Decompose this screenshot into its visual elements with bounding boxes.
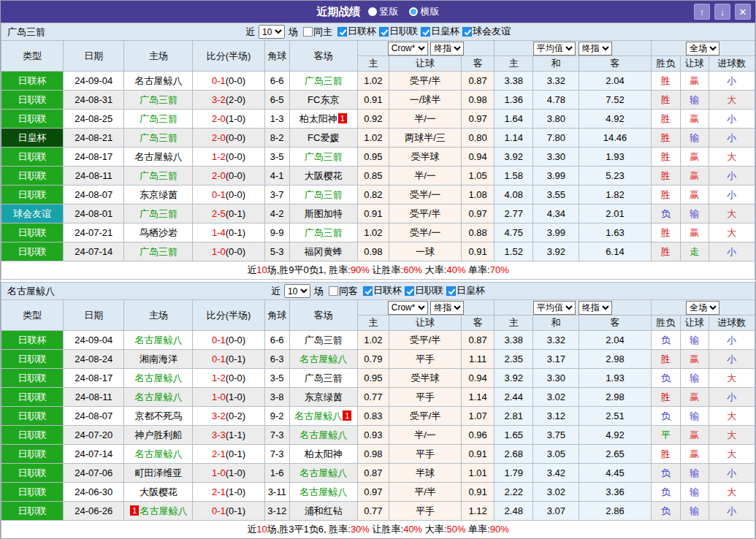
avg-away-odds: 2.86: [579, 502, 651, 521]
corner-count: 8-2: [264, 129, 289, 148]
competition-label: 日职联: [415, 284, 443, 297]
corner-count: 3-11: [264, 483, 289, 502]
competition-checkbox-日皇杯[interactable]: 日皇杯: [446, 284, 485, 297]
team-label: 京都不死鸟: [134, 410, 182, 421]
filter-bar: 近 10 场 同客 日联杯日职联日皇杯: [271, 284, 485, 298]
subcol-home-odds: 主: [357, 316, 389, 331]
team-label: 斯图加特: [305, 208, 343, 219]
radio-unselected-icon: [409, 7, 418, 16]
avg-draw-odds: 3.32: [533, 331, 579, 350]
games-count-select[interactable]: 10: [259, 25, 285, 39]
match-date: 24-08-24: [64, 350, 124, 369]
result-win-loss: 负: [651, 204, 680, 223]
full-match-select[interactable]: 全场: [686, 42, 719, 56]
full-match-select[interactable]: 全场: [686, 301, 719, 315]
same-venue-label: 同主: [313, 26, 332, 39]
average-select[interactable]: 平均值: [533, 301, 576, 315]
col-header-home: 主场: [124, 41, 193, 72]
close-button[interactable]: ✕: [735, 4, 751, 20]
col-header-date: 日期: [64, 41, 124, 72]
match-type-badge: 日联杯: [1, 72, 64, 91]
match-date: 24-06-30: [64, 483, 124, 502]
competition-checkbox-日职联[interactable]: 日职联: [405, 284, 443, 297]
final-odds-select-1[interactable]: 终指: [430, 301, 464, 315]
team-label: 名古屋鲸八: [134, 75, 182, 86]
final-odds-select-2[interactable]: 终指: [579, 301, 612, 315]
away-odds: 1.11: [462, 350, 495, 369]
match-row: 日职联24-07-14名古屋鲸八2-1(0-1)7-3柏太阳神0.98平手0.9…: [1, 445, 755, 464]
match-score: 1-2(0-0): [193, 148, 264, 167]
result-win-loss: 胜: [651, 350, 680, 369]
games-count-select[interactable]: 10: [284, 284, 310, 298]
competition-checkbox-日联杯[interactable]: 日联杯: [363, 284, 402, 297]
home-team: 广岛三箭: [124, 167, 193, 186]
same-venue-checkbox[interactable]: 同主: [303, 26, 332, 39]
match-date: 24-08-17: [64, 148, 124, 167]
move-down-button[interactable]: ↓: [714, 4, 730, 20]
match-date: 24-07-20: [64, 426, 124, 445]
home-odds: 0.77: [357, 502, 389, 521]
final-odds-select-2[interactable]: 终指: [579, 42, 612, 56]
match-type-badge: 日职联: [1, 223, 64, 242]
subcol-handicap: 让球: [389, 316, 461, 331]
home-team: 名古屋鲸八: [124, 388, 193, 407]
average-select[interactable]: 平均值: [533, 42, 576, 56]
summary-text: 近: [247, 264, 256, 275]
match-type-badge: 日联杯: [1, 331, 64, 350]
away-team: 名古屋鲸八: [289, 426, 357, 445]
full-time-score: 2-0: [212, 132, 226, 143]
match-row: 日皇杯24-08-21广岛三箭2-0(0-0)8-2FC爱媛1.02两球半/三0…: [1, 129, 755, 148]
home-odds: 0.95: [357, 369, 389, 388]
result-goals: 小: [709, 186, 755, 204]
full-time-score: 1-2: [212, 151, 226, 162]
full-time-score: 0-1: [212, 189, 226, 200]
bookmaker-select[interactable]: Crow*: [388, 301, 428, 315]
match-date: 24-08-25: [64, 110, 124, 129]
match-score: 2-1(0-1): [193, 445, 264, 464]
full-time-score: 1-0: [212, 246, 226, 257]
match-score: 3-2(0-2): [193, 407, 264, 426]
competition-checkbox-日职联[interactable]: 日职联: [379, 25, 418, 38]
away-team: 广岛三箭: [289, 148, 357, 167]
move-up-button[interactable]: ↑: [694, 4, 710, 20]
match-type-badge: 日职联: [1, 388, 64, 407]
radio-horizontal-layout[interactable]: 横版: [409, 5, 440, 18]
match-row: 日职联24-07-21鸟栖沙岩1-4(0-1)9-9广岛三箭1.02受半/一0.…: [1, 223, 755, 242]
home-odds: 0.93: [357, 426, 389, 445]
team-label: 广岛三箭: [305, 151, 343, 162]
corner-count: 4-2: [264, 204, 289, 223]
match-score: 1-4(0-1): [193, 223, 264, 242]
summary-text: 单率:: [465, 264, 489, 275]
avg-away-odds: 2.51: [579, 407, 651, 426]
avg-draw-odds: 3.05: [533, 445, 579, 464]
competition-label: 球会友谊: [473, 25, 511, 38]
competition-checkbox-球会友谊[interactable]: 球会友谊: [462, 25, 511, 38]
match-score: 2-0(0-0): [193, 129, 264, 148]
team-label: 大阪樱花: [140, 486, 177, 497]
checkbox-checked-icon: [462, 27, 472, 37]
away-odds: 0.97: [462, 204, 495, 223]
checkbox-checked-icon: [379, 27, 389, 37]
result-handicap: 赢: [680, 426, 709, 445]
avg-away-odds: 3.36: [579, 483, 651, 502]
checkbox-checked-icon: [446, 286, 456, 296]
final-odds-select-1[interactable]: 终指: [430, 42, 464, 56]
competition-checkbox-日皇杯[interactable]: 日皇杯: [421, 25, 459, 38]
same-venue-checkbox[interactable]: 同客: [329, 285, 358, 298]
home-team: 町田泽维亚: [124, 464, 193, 483]
competition-checkbox-日联杯[interactable]: 日联杯: [337, 25, 376, 38]
result-handicap: 赢: [680, 445, 709, 464]
match-row: 日联杯24-09-04名古屋鲸八0-1(0-0)6-6广岛三箭1.02受平/半0…: [1, 331, 755, 350]
match-date: 24-08-07: [64, 407, 124, 426]
away-odds: 1.12: [462, 502, 495, 521]
full-time-score: 1-0: [212, 467, 226, 478]
away-team: 名古屋鲸八: [289, 483, 357, 502]
corner-count: 3-5: [264, 148, 289, 167]
avg-home-odds: 2.68: [495, 445, 533, 464]
team-label: 名古屋鲸八: [134, 448, 182, 459]
radio-vertical-layout[interactable]: 竖版: [368, 5, 399, 18]
bookmaker-select[interactable]: Crow*: [388, 42, 428, 56]
handicap-line: 一/球半: [389, 91, 461, 110]
match-score: 1-0(1-0): [193, 388, 264, 407]
avg-home-odds: 2.81: [495, 407, 533, 426]
